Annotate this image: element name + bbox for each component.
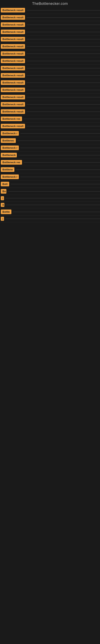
result-line [27, 61, 100, 61]
bottleneck-badge[interactable]: Bottleneck result [1, 95, 25, 100]
bottleneck-badge[interactable]: Bottleneck result [1, 73, 25, 78]
result-line [20, 148, 100, 148]
list-item: Bottleneck result [0, 43, 100, 50]
bottleneck-badge[interactable]: Bottleneck r [1, 131, 19, 136]
result-line [27, 82, 100, 83]
result-line [13, 212, 100, 212]
bottleneck-badge[interactable]: Bottleneck result [1, 22, 25, 27]
bottleneck-badge[interactable]: | [1, 196, 4, 200]
result-line [27, 112, 100, 112]
list-item: Bottleneck res [0, 159, 100, 166]
list-item: Bottle [0, 208, 100, 216]
bottleneck-badge[interactable]: Bott [1, 182, 9, 186]
result-line [16, 170, 100, 170]
result-line [24, 162, 100, 162]
bottleneck-badge[interactable]: Bottleneck result [1, 88, 25, 92]
bottleneck-badge[interactable]: Bottleneck result [1, 44, 25, 49]
list-item: Bottleneck result [0, 79, 100, 86]
result-line [6, 205, 100, 205]
list-item: Bottleneck result [0, 21, 100, 28]
result-line [6, 218, 100, 219]
bottleneck-badge[interactable]: Bottleneck result [1, 80, 25, 85]
bottleneck-badge[interactable]: Bottleneck r [1, 146, 19, 150]
result-line [24, 119, 100, 119]
result-line [27, 68, 100, 68]
result-line [27, 46, 100, 47]
list-item: Bottlenec [0, 137, 100, 144]
list-item: Bo [0, 188, 100, 195]
bottleneck-badge[interactable]: Bottleneck result [1, 51, 25, 56]
list-item: Bottleneck result [0, 108, 100, 115]
list-item: | [0, 216, 100, 222]
bottleneck-badge[interactable]: Bottleneck result [1, 37, 25, 42]
result-line [27, 39, 100, 40]
bottleneck-badge[interactable]: Bottlene [1, 167, 14, 172]
result-line [27, 126, 100, 126]
result-line [27, 24, 100, 25]
bottleneck-badge[interactable]: Bottleneck [1, 153, 17, 158]
result-line [27, 10, 100, 10]
bottleneck-badge[interactable]: Bottleneck r [1, 174, 19, 179]
list-item: Bottleneck res [0, 115, 100, 122]
bottleneck-badge[interactable]: Bottleneck result [1, 109, 25, 114]
list-item: Bottleneck result [0, 64, 100, 72]
result-line [20, 133, 100, 134]
list-item: Bottleneck result [0, 57, 100, 64]
list-item: Bottleneck [0, 152, 100, 159]
list-item: | [0, 195, 100, 202]
bottleneck-badge[interactable]: Bottleneck res [1, 160, 22, 164]
bottleneck-badge[interactable]: | [1, 217, 4, 221]
bottleneck-badge[interactable]: Bottleneck result [1, 58, 25, 63]
bottleneck-badge[interactable]: Bottleneck result [1, 66, 25, 70]
bottleneck-badge[interactable]: Bottlenec [1, 138, 16, 143]
bottleneck-badge[interactable]: Bo [1, 189, 6, 194]
list-item: Bottleneck r [0, 130, 100, 137]
results-list: Bottleneck resultBottleneck resultBottle… [0, 7, 100, 222]
result-line [6, 198, 100, 198]
list-item: Bottlene [0, 166, 100, 173]
result-line [17, 140, 100, 141]
list-item: Bottleneck result [0, 14, 100, 21]
list-item: Bottleneck result [0, 36, 100, 43]
bottleneck-badge[interactable]: Bottleneck result [1, 15, 25, 20]
bottleneck-badge[interactable]: Bottle [1, 210, 11, 214]
list-item: Bottleneck result [0, 72, 100, 79]
list-item: Bottleneck result [0, 101, 100, 108]
list-item: Bottleneck result [0, 94, 100, 101]
list-item: Bottleneck result [0, 7, 100, 14]
result-line [27, 97, 100, 98]
result-line [27, 104, 100, 105]
result-line [27, 75, 100, 76]
list-item: Bottleneck result [0, 50, 100, 57]
list-item: Bott [0, 180, 100, 188]
bottleneck-badge[interactable]: Bottleneck result [1, 8, 25, 12]
result-line [11, 184, 100, 184]
list-item: Bottleneck result [0, 86, 100, 94]
list-item: Bottleneck result [0, 122, 100, 130]
result-line [27, 32, 100, 32]
bottleneck-badge[interactable]: Bottleneck result [1, 30, 25, 34]
result-line [27, 54, 100, 54]
list-item: Bottleneck result [0, 28, 100, 36]
bottleneck-badge[interactable]: B [1, 203, 4, 207]
bottleneck-badge[interactable]: Bottleneck result [1, 102, 25, 107]
result-line [8, 191, 100, 192]
list-item: B [0, 202, 100, 208]
result-line [27, 17, 100, 18]
result-line [27, 90, 100, 90]
list-item: Bottleneck r [0, 173, 100, 180]
bottleneck-badge[interactable]: Bottleneck res [1, 116, 22, 121]
result-line [18, 155, 100, 155]
site-title: TheBottlenecker.com [0, 0, 100, 7]
result-line [20, 177, 100, 177]
bottleneck-badge[interactable]: Bottleneck result [1, 124, 25, 128]
list-item: Bottleneck r [0, 144, 100, 152]
